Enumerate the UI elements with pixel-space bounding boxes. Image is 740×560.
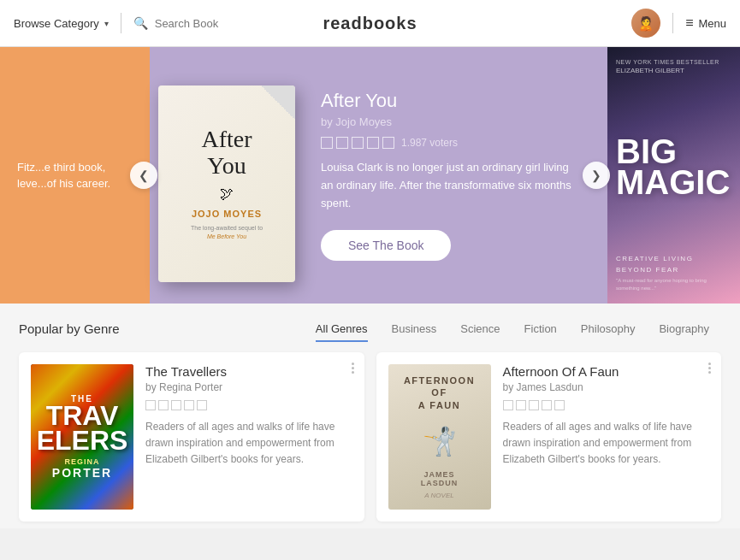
book-cover-subtitle: The long-awaited sequel to Me Before You [191,224,263,241]
carousel-book-info: After You by Jojo Moyes 1.987 voters Lou… [321,90,582,260]
travellers-author-name: REGINA [37,457,128,466]
genre-header: Popular by Genre All Genres Business Sci… [19,319,721,339]
browse-category-button[interactable]: Browse Category ▾ [14,17,109,30]
carousel-left-panel: Fitz...e third book, leve...of his caree… [0,47,150,304]
faun-cover: AFTERNOONOFA FAUN 🤺 JAMESLASDUN A NOVEL [388,364,491,510]
see-book-button[interactable]: See The Book [321,230,451,261]
t-star-2 [158,400,169,410]
header: Browse Category ▾ 🔍 readbooks 🙎 ≡ Menu [0,0,740,47]
f-star-4 [542,400,552,410]
book-card-faun: AFTERNOONOFA FAUN 🤺 JAMESLASDUN A NOVEL … [376,352,722,522]
f-star-1 [503,400,513,410]
chevron-down-icon: ▾ [104,19,109,28]
arrow-right-icon: ❯ [591,168,601,182]
right-book-cover: NEW YORK TIMES BESTSELLER ELIZABETH GILB… [607,47,740,304]
travellers-menu-dots[interactable] [352,363,354,374]
f-star-2 [516,400,526,410]
faun-description: Readers of all ages and walks of life ha… [503,419,710,469]
carousel-description: Louisa Clark is no longer just an ordina… [321,159,582,212]
book-card-travellers: THE TRAVELERS REGINA PORTER The Travelle… [19,352,364,522]
faun-cover-title: AFTERNOONOFA FAUN [404,374,475,411]
search-input[interactable] [155,17,292,30]
menu-button[interactable]: ≡ Menu [685,15,726,31]
travellers-title: The Travellers [145,364,352,379]
popular-by-genre-title: Popular by Genre [19,321,120,336]
right-book-subtitle: CREATIVE LIVING [616,255,731,262]
carousel-main-panel: After You 🕊 JOJO MOYES The long-awaited … [150,47,607,304]
genre-tabs: All Genres Business Science Fiction Phil… [304,319,721,339]
header-logo: readbooks [323,14,417,33]
travellers-author: by Regina Porter [145,381,352,393]
star-2 [336,137,348,149]
arrow-left-icon: ❮ [139,168,149,182]
faun-title: Afternoon Of A Faun [503,364,710,379]
featured-book-cover-wrapper: After You 🕊 JOJO MOYES The long-awaited … [158,85,295,282]
faun-figure-icon: 🤺 [414,416,465,467]
genre-tab-business[interactable]: Business [380,319,449,339]
star-4 [367,137,379,149]
star-1 [321,137,333,149]
search-icon: 🔍 [133,16,148,30]
book-cover-author: JOJO MOYES [192,209,262,219]
right-book-title: BIG MAGIC [616,81,731,251]
star-3 [352,137,364,149]
star-5 [382,137,394,149]
carousel-next-button[interactable]: ❯ [583,162,610,189]
carousel-right-panel: NEW YORK TIMES BESTSELLER ELIZABETH GILB… [607,47,740,304]
genre-tab-philosophy[interactable]: Philosophy [569,319,648,339]
book-cover-title: After You [201,127,252,180]
voters-text: 1.987 voters [401,137,458,149]
carousel: Fitz...e third book, leve...of his caree… [0,47,740,304]
menu-label: Menu [698,17,726,30]
f-star-3 [529,400,539,410]
genre-tab-science[interactable]: Science [448,319,512,339]
faun-menu-dots[interactable] [708,363,711,374]
t-star-3 [171,400,181,410]
right-book-sub2: BEYOND FEAR [616,266,731,274]
t-star-4 [184,400,194,410]
travellers-stars [145,400,352,410]
books-grid: THE TRAVELERS REGINA PORTER The Travelle… [19,352,721,522]
travellers-author-lastname: PORTER [37,466,128,480]
faun-stars [503,400,710,410]
t-star-5 [197,400,207,410]
right-book-bestseller: NEW YORK TIMES BESTSELLER [616,59,731,65]
travellers-cover: THE TRAVELERS REGINA PORTER [31,364,133,510]
featured-book-cover: After You 🕊 JOJO MOYES The long-awaited … [158,85,295,282]
carousel-title: After You [321,90,582,112]
genre-tab-biography[interactable]: Biography [647,319,721,339]
faun-cover-author: JAMESLASDUN [421,470,459,487]
browse-category-label: Browse Category [14,17,99,30]
header-right: 🙎 ≡ Menu [631,9,726,38]
genre-tab-fiction[interactable]: Fiction [512,319,569,339]
right-book-author: ELIZABETH GILBERT [616,67,731,74]
faun-info: Afternoon Of A Faun by James Lasdun Read… [503,364,710,510]
travellers-description: Readers of all ages and walks of life ha… [145,419,352,469]
popular-section: Popular by Genre All Genres Business Sci… [0,304,740,528]
logo-books: books [363,14,417,32]
travellers-title-big: TRAVELERS [37,404,128,453]
carousel-prev-button[interactable]: ❮ [130,162,157,189]
header-divider-2 [672,13,673,33]
genre-tab-all-genres[interactable]: All Genres [304,319,380,339]
right-book-tagline: "A must-read for anyone hoping to bring … [616,277,731,292]
book-bird-icon: 🕊 [220,186,234,202]
header-divider-1 [121,13,121,33]
carousel-left-text: Fitz...e third book, leve...of his caree… [17,159,133,192]
f-star-5 [554,400,565,410]
travellers-info: The Travellers by Regina Porter Readers … [145,364,352,510]
stars-row: 1.987 voters [321,137,582,149]
menu-lines-icon: ≡ [685,15,693,31]
t-star-1 [145,400,156,410]
faun-novel-label: A NOVEL [424,492,453,499]
avatar[interactable]: 🙎 [631,9,660,38]
faun-author: by James Lasdun [503,381,710,393]
carousel-author: by Jojo Moyes [321,115,582,128]
logo-read: read [323,14,362,32]
